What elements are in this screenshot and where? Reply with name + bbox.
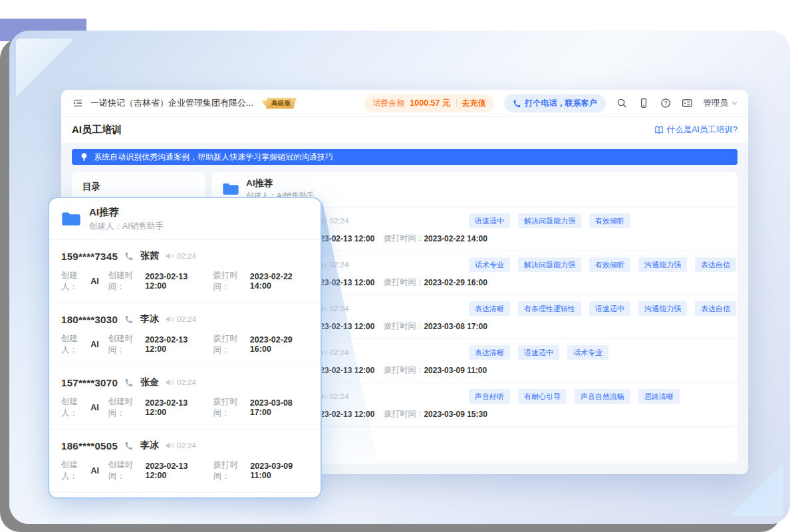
created-value: 2023-02-13 12:00	[145, 272, 203, 291]
popup-folder-name: AI推荐	[89, 206, 164, 219]
record-duration: 02:24	[319, 261, 349, 269]
popup-duration: 02:24	[166, 252, 196, 260]
creator-label: 创建人：	[61, 460, 90, 482]
popup-record-item[interactable]: 180****3030 李冰 02:24 创建人： AI 创建时间： 2023-…	[49, 303, 321, 366]
make-call-label: 打个电话，联系客户	[525, 98, 597, 109]
created-label: 创建时间：	[108, 396, 145, 419]
search-icon[interactable]	[616, 97, 628, 109]
admin-label: 管理员	[704, 98, 729, 109]
svg-text:?: ?	[664, 100, 667, 106]
premium-badge: 高级版	[261, 98, 297, 109]
called-label: 拨打时间：	[384, 277, 424, 288]
popup-folder-text: AI推荐 创建人：AI销售助手	[89, 206, 164, 232]
popup-record-meta: 创建人： AI 创建时间： 2023-02-13 12:00 拨打时间： 202…	[61, 270, 309, 293]
folder-icon	[61, 211, 81, 227]
record-tags: 表达清晰有条理性逻辑性语速适中沟通能力强表达自信	[469, 301, 736, 316]
called-label: 拨打时间：	[384, 233, 424, 244]
mobile-icon[interactable]	[638, 97, 650, 109]
created-value: 2023-02-13 12:00	[145, 462, 203, 480]
popup-duration: 02:24	[166, 442, 196, 450]
phone-call-icon	[124, 378, 134, 387]
chevron-down-icon	[732, 101, 737, 105]
lightbulb-icon	[80, 152, 88, 162]
created-value: 2023-02-13 12:00	[145, 335, 203, 354]
top-navbar: 一诺快记（吉林省）企业管理集团有限公... 高级版 话费余额 1000.57 元…	[61, 90, 748, 117]
skill-tag: 思路清晰	[638, 389, 680, 404]
record-duration-value: 02:24	[330, 305, 349, 313]
skill-tag: 话术专业	[469, 257, 510, 272]
popup-record-item[interactable]: 157****3070 张金 02:24 创建人： AI 创建时间： 2023-…	[49, 366, 321, 430]
balance-pill[interactable]: 话费余额 1000.57 元 去充值	[364, 94, 493, 112]
skill-tag: 话术专业	[567, 345, 608, 360]
popup-record-line1: 186****0505 李冰 02:24	[61, 438, 309, 453]
popup-phone-number: 159****7345	[61, 251, 118, 262]
skill-tag: 沟通能力强	[638, 301, 687, 316]
popup-record-line1: 157****3070 张金 02:24	[61, 375, 309, 390]
popup-contact-name: 李冰	[140, 440, 159, 452]
popup-record-item[interactable]: 159****7345 张茜 02:24 创建人： AI 创建时间： 2023-…	[49, 240, 321, 303]
skill-tag: 有条理性逻辑性	[518, 301, 581, 316]
help-icon[interactable]: ?	[660, 97, 672, 109]
popup-phone-number: 157****3070	[61, 377, 118, 388]
recharge-link[interactable]: 去充值	[462, 98, 486, 109]
creator-label: 创建人：	[61, 396, 90, 419]
pill-divider	[456, 99, 457, 107]
record-tags: 表达清晰语速适中话术专业	[469, 345, 608, 360]
record-duration: 02:24	[319, 305, 349, 313]
called-label: 拨打时间：	[384, 408, 424, 420]
phone-call-icon	[124, 441, 134, 450]
popup-record-item[interactable]: 151****8758 张茜 02:24 创建人： AI 创建时间： 2023-…	[49, 493, 321, 499]
record-tags: 话术专业解决问题能力强有效倾听沟通能力强表达自信	[469, 257, 736, 272]
record-duration-value: 02:24	[330, 348, 349, 356]
record-duration-value: 02:24	[330, 392, 349, 400]
called-value: 2023-03-09 11:00	[424, 366, 487, 375]
balance-amount: 1000.57 元	[410, 98, 450, 109]
company-name: 一诺快记（吉林省）企业管理集团有限公...	[90, 97, 253, 109]
called-label: 拨打时间：	[213, 270, 249, 293]
called-value: 2023-02-29 16:00	[424, 278, 487, 287]
popup-record-line1: 180****3030 李冰 02:24	[61, 312, 309, 327]
workbench-card-icon[interactable]	[682, 97, 694, 109]
skill-tag: 有耐心引导	[518, 389, 567, 404]
premium-badge-label: 高级版	[266, 98, 297, 109]
creator-label: 创建人：	[61, 270, 90, 293]
what-is-training-label: 什么是AI员工培训?	[667, 124, 737, 136]
phone-icon	[513, 99, 521, 108]
menu-fold-icon[interactable]	[72, 97, 84, 109]
popup-phone-number: 186****0505	[61, 440, 118, 452]
creator-label: 创建人：	[61, 333, 90, 356]
record-duration: 02:24	[319, 348, 349, 356]
book-icon	[654, 126, 664, 134]
skill-tag: 表达自信	[695, 257, 736, 272]
created-value: 2023-02-13 12:00	[145, 398, 203, 417]
popup-contact-name: 张金	[140, 376, 159, 388]
what-is-training-link[interactable]: 什么是AI员工培训?	[654, 124, 737, 136]
audio-icon	[166, 378, 174, 386]
page-title: AI员工培训	[72, 124, 122, 136]
make-call-button[interactable]: 打个电话，联系客户	[504, 94, 606, 112]
popup-records-list: 159****7345 张茜 02:24 创建人： AI 创建时间： 2023-…	[49, 240, 321, 499]
popup-duration: 02:24	[166, 378, 196, 386]
creator-value: AI	[90, 403, 99, 412]
called-label: 拨打时间：	[213, 333, 249, 356]
popup-folder-header[interactable]: AI推荐 创建人：AI销售助手	[49, 198, 321, 240]
tip-banner-text: 系统自动识别优秀沟通案例，帮助新人快速学习掌握销冠的沟通技巧	[94, 152, 333, 163]
called-value: 2023-03-09 11:00	[250, 462, 309, 480]
popup-record-item[interactable]: 186****0505 李冰 02:24 创建人： AI 创建时间： 2023-…	[49, 430, 321, 493]
popup-contact-name: 李冰	[140, 313, 159, 325]
decor-corner-triangle-topleft	[16, 39, 74, 97]
admin-menu[interactable]: 管理员	[704, 98, 738, 109]
record-tags: 声音好听有耐心引导声音自然流畅思路清晰	[469, 389, 680, 404]
called-value: 2023-02-22 14:00	[250, 272, 309, 291]
called-label: 拨打时间：	[213, 460, 251, 482]
skill-tag: 声音自然流畅	[575, 389, 630, 404]
skill-tag: 表达自信	[695, 301, 736, 316]
folder-icon	[222, 182, 239, 196]
balance-label: 话费余额	[372, 98, 404, 109]
popup-record-line1: 159****7345 张茜 02:24	[61, 249, 309, 263]
popup-record-meta: 创建人： AI 创建时间： 2023-02-13 12:00 拨打时间： 202…	[61, 460, 309, 482]
skill-tag: 语速适中	[589, 301, 630, 316]
skill-tag: 有效倾听	[589, 257, 630, 272]
record-duration: 02:24	[319, 217, 349, 225]
called-value: 2023-02-29 16:00	[250, 335, 309, 354]
